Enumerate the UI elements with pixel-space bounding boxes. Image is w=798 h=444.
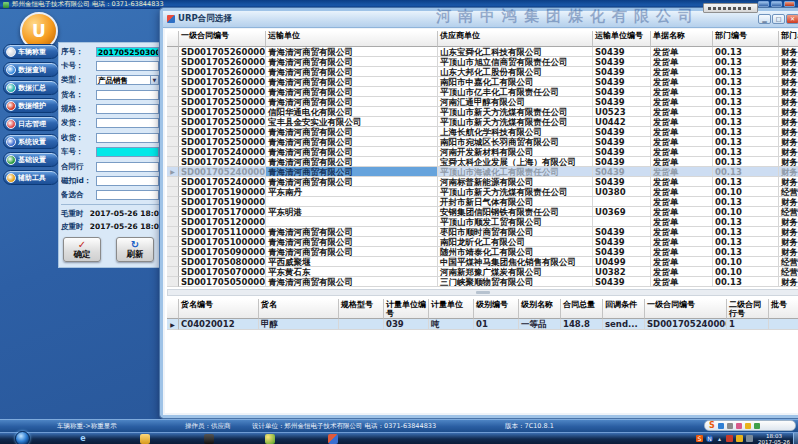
cell[interactable]: 宝丰县金安实业有限公司 [266, 117, 438, 127]
table-row[interactable]: SD0017052500006青海清河商贸有限公司平顶山市亿丰化工有限责任公司S… [167, 87, 798, 97]
cell[interactable]: S0439 [593, 237, 651, 247]
cell[interactable]: 财务 [779, 157, 798, 167]
security-tray-icon[interactable] [726, 435, 733, 442]
cell[interactable] [593, 197, 651, 207]
cell[interactable]: 随州市靖泰化工有限公司 [438, 247, 593, 257]
cell[interactable]: SD0017052500001 [179, 137, 266, 147]
cell[interactable]: U0369 [593, 207, 651, 217]
table-row[interactable]: SD0017052600002青海清河商贸有限公司山东大邦化工股份有限公司S04… [167, 67, 798, 77]
table-row[interactable]: SD0017050800007平西威聚堰中国平煤神马集团焦化销售有限公司U049… [167, 257, 798, 267]
cell[interactable]: 经营 [779, 257, 798, 267]
cell[interactable]: SD0017051900003 [179, 197, 266, 207]
cell[interactable]: 发货单 [651, 257, 713, 267]
cell[interactable]: 发货单 [651, 67, 713, 77]
cell[interactable]: S0439 [593, 157, 651, 167]
cell[interactable]: 148.8 [561, 319, 603, 330]
cell[interactable]: 发货单 [651, 227, 713, 237]
cell[interactable]: SD0017052600002 [179, 67, 266, 77]
cell[interactable]: 青海清河商贸有限公司 [266, 157, 438, 167]
cell[interactable]: 00.13 [713, 147, 779, 157]
cell[interactable] [266, 217, 438, 227]
cell[interactable]: SD0017051000002 [179, 237, 266, 247]
ime-toolbar[interactable]: S [704, 420, 796, 431]
table-row[interactable]: SD0017050700001平东黄石东河南新郑豫广煤炭有限公司U0382发货单… [167, 267, 798, 277]
folder-icon[interactable] [140, 434, 150, 444]
cell[interactable]: 财务 [779, 97, 798, 107]
cell[interactable]: 00.13 [713, 227, 779, 237]
cell[interactable]: SD0017052600004 [179, 47, 266, 57]
cell[interactable]: 青海清河商贸有限公司 [266, 77, 438, 87]
table-row[interactable]: SD0017052500003青海清河商贸有限公司上海长航化学科技有限公司S04… [167, 127, 798, 137]
cell[interactable]: 发货单 [651, 207, 713, 217]
cell[interactable]: S0439 [593, 67, 651, 77]
cell[interactable]: 宝舜太科企业发展（上海）有限公司 [438, 157, 593, 167]
table-row[interactable]: SD0017051900003开封市新日气体有限公司发货单00.13财务 [167, 197, 798, 207]
column-header[interactable]: 回调条件 [603, 299, 645, 319]
cell[interactable]: 发货单 [651, 127, 713, 137]
row-selector[interactable] [167, 47, 179, 57]
input-合同行[interactable] [96, 162, 159, 172]
cell[interactable]: 青海清河商贸有限公司 [266, 177, 438, 187]
cell[interactable]: S0439 [593, 277, 651, 287]
cell[interactable]: 财务 [779, 117, 798, 127]
row-selector[interactable] [167, 227, 179, 237]
cell[interactable]: 发货单 [651, 247, 713, 257]
cell[interactable]: 平西威聚堰 [266, 257, 438, 267]
cell[interactable]: 00.10 [713, 267, 779, 277]
cell[interactable]: 发货单 [651, 277, 713, 287]
cell[interactable]: 财务 [779, 57, 798, 67]
cell[interactable]: 00.13 [713, 77, 779, 87]
cell[interactable]: 发货单 [651, 147, 713, 157]
row-selector[interactable] [167, 77, 179, 87]
sidebar-item-车辆称重[interactable]: 车辆称重 [3, 44, 59, 59]
column-header[interactable]: 计量单位 [429, 299, 474, 319]
input-规格[interactable] [96, 104, 159, 114]
cell[interactable]: U0499 [593, 257, 651, 267]
cell[interactable]: 00.13 [713, 247, 779, 257]
cell[interactable]: S0439 [593, 47, 651, 57]
minimize-icon[interactable] [758, 1, 769, 7]
cell[interactable]: 财务 [779, 77, 798, 87]
media-player-icon[interactable] [204, 434, 214, 444]
cell[interactable]: SD0017052500006 [179, 87, 266, 97]
cell[interactable]: 南阳市宛城区长羽商贸有限公司 [438, 137, 593, 147]
ok-button[interactable]: ✓ 确定 [63, 237, 101, 262]
cell[interactable]: 山东大邦化工股份有限公司 [438, 67, 593, 77]
cell[interactable]: 青海清河商贸有限公司 [266, 47, 438, 57]
cell[interactable]: U0380 [593, 187, 651, 197]
cell[interactable]: SD0017051900007 [179, 187, 266, 197]
cell[interactable]: 发货单 [651, 107, 713, 117]
tray-expand-icon[interactable]: ▴ [716, 435, 723, 442]
table-row[interactable]: SD0017052600001青海清河商贸有限公司平顶山市旭立信商贸有限责任公司… [167, 57, 798, 67]
sidebar-item-基础设置[interactable]: 基础设置 [3, 152, 59, 167]
cell[interactable]: SD0017051100006 [179, 227, 266, 237]
cell[interactable]: 财务 [779, 107, 798, 117]
column-header[interactable]: 运输单位编号 [593, 31, 651, 47]
cell[interactable]: SD0017052400004 [179, 177, 266, 187]
cell[interactable]: 青海清河商贸有限公司 [266, 137, 438, 147]
table-row[interactable]: SD0017052400005青海清河商贸有限公司河南开发新材料有限公司S043… [167, 147, 798, 157]
table-row[interactable]: SD0017051000002青海清河商贸有限公司南阳龙昕化工有限公司S0439… [167, 237, 798, 247]
cell[interactable]: 发货单 [651, 237, 713, 247]
column-header[interactable]: 运输单位 [266, 31, 438, 47]
cell[interactable]: 财务 [779, 167, 798, 177]
cell[interactable]: 平顶山市顺发工贸有限公司 [438, 217, 593, 227]
cell[interactable]: 青海清河商贸有限公司 [266, 147, 438, 157]
row-selector[interactable] [167, 247, 179, 257]
column-header[interactable]: 级别编号 [474, 299, 519, 319]
cell[interactable]: SD0017052600003 [179, 77, 266, 87]
table-row[interactable]: SD0017052500002宝丰县金安实业有限公司平顶山市新天方洗煤有限责任公… [167, 117, 798, 127]
cell[interactable]: 南阳龙昕化工有限公司 [438, 237, 593, 247]
cell[interactable]: 00.13 [713, 217, 779, 227]
cell[interactable]: 枣阳市顺时商贸有限公司 [438, 227, 593, 237]
cell[interactable]: 财务 [779, 127, 798, 137]
select-类型[interactable]: 产品销售▼ [96, 75, 159, 85]
input-备选合[interactable] [96, 190, 159, 200]
cell[interactable]: 00.13 [713, 97, 779, 107]
cell[interactable]: 00.13 [713, 47, 779, 57]
cell[interactable]: 青海清河商贸有限公司 [266, 97, 438, 107]
cell[interactable]: 青海清河商贸有限公司 [266, 247, 438, 257]
network-tray-icon[interactable]: N [706, 435, 713, 442]
row-selector[interactable] [167, 257, 179, 267]
column-header[interactable]: 部门名称 [779, 31, 798, 47]
